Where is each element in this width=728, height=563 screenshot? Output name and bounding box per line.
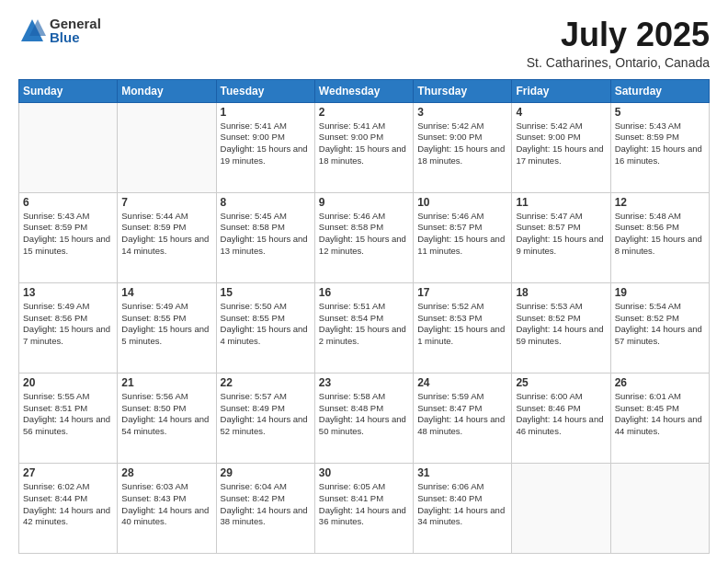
page: General Blue July 2025 St. Catharines, O… (0, 0, 728, 563)
cell-info: Sunrise: 5:46 AM Sunset: 8:57 PM Dayligh… (417, 211, 507, 258)
weekday-header-wednesday: Wednesday (314, 79, 413, 102)
title-block: July 2025 St. Catharines, Ontario, Canad… (527, 17, 710, 70)
calendar-cell: 15Sunrise: 5:50 AM Sunset: 8:55 PM Dayli… (216, 282, 314, 373)
day-number: 8 (221, 196, 311, 209)
calendar-cell (610, 463, 709, 553)
calendar-week-row: 13Sunrise: 5:49 AM Sunset: 8:56 PM Dayli… (19, 282, 710, 373)
day-number: 31 (417, 466, 507, 479)
day-number: 7 (121, 196, 211, 209)
day-number: 14 (121, 286, 211, 299)
day-number: 25 (516, 376, 606, 389)
calendar-cell: 2Sunrise: 5:41 AM Sunset: 9:00 PM Daylig… (314, 102, 413, 192)
day-number: 30 (319, 466, 409, 479)
calendar-cell: 24Sunrise: 5:59 AM Sunset: 8:47 PM Dayli… (414, 373, 512, 463)
cell-info: Sunrise: 5:49 AM Sunset: 8:56 PM Dayligh… (23, 301, 113, 348)
cell-info: Sunrise: 6:03 AM Sunset: 8:43 PM Dayligh… (121, 481, 211, 528)
cell-info: Sunrise: 5:45 AM Sunset: 8:58 PM Dayligh… (221, 211, 311, 258)
calendar-cell: 1Sunrise: 5:41 AM Sunset: 9:00 PM Daylig… (216, 102, 314, 192)
day-number: 17 (417, 286, 507, 299)
day-number: 21 (121, 376, 211, 389)
calendar-cell: 22Sunrise: 5:57 AM Sunset: 8:49 PM Dayli… (216, 373, 314, 463)
logo-blue: Blue (50, 30, 101, 44)
day-number: 23 (319, 376, 409, 389)
day-number: 3 (417, 106, 507, 119)
day-number: 9 (319, 196, 409, 209)
month-title: July 2025 (527, 17, 710, 53)
calendar-cell: 5Sunrise: 5:43 AM Sunset: 8:59 PM Daylig… (610, 102, 709, 192)
calendar-cell: 27Sunrise: 6:02 AM Sunset: 8:44 PM Dayli… (19, 463, 118, 553)
day-number: 29 (221, 466, 311, 479)
day-number: 26 (615, 376, 705, 389)
cell-info: Sunrise: 5:48 AM Sunset: 8:56 PM Dayligh… (615, 211, 705, 258)
calendar-cell: 23Sunrise: 5:58 AM Sunset: 8:48 PM Dayli… (314, 373, 413, 463)
day-number: 15 (221, 286, 311, 299)
day-number: 6 (23, 196, 113, 209)
day-number: 13 (23, 286, 113, 299)
cell-info: Sunrise: 5:42 AM Sunset: 9:00 PM Dayligh… (417, 121, 507, 167)
calendar-cell: 20Sunrise: 5:55 AM Sunset: 8:51 PM Dayli… (19, 373, 118, 463)
cell-info: Sunrise: 6:06 AM Sunset: 8:40 PM Dayligh… (417, 481, 507, 528)
calendar-cell: 16Sunrise: 5:51 AM Sunset: 8:54 PM Dayli… (314, 282, 413, 373)
logo-icon (18, 17, 46, 44)
cell-info: Sunrise: 5:52 AM Sunset: 8:53 PM Dayligh… (417, 301, 507, 348)
cell-info: Sunrise: 6:00 AM Sunset: 8:46 PM Dayligh… (516, 391, 606, 438)
day-number: 24 (417, 376, 507, 389)
cell-info: Sunrise: 5:41 AM Sunset: 9:00 PM Dayligh… (319, 121, 409, 167)
calendar-week-row: 6Sunrise: 5:43 AM Sunset: 8:59 PM Daylig… (19, 192, 710, 282)
cell-info: Sunrise: 6:05 AM Sunset: 8:41 PM Dayligh… (319, 481, 409, 528)
calendar-cell: 26Sunrise: 6:01 AM Sunset: 8:45 PM Dayli… (610, 373, 709, 463)
calendar-table: SundayMondayTuesdayWednesdayThursdayFrid… (18, 79, 710, 554)
cell-info: Sunrise: 5:58 AM Sunset: 8:48 PM Dayligh… (319, 391, 409, 438)
weekday-header-saturday: Saturday (610, 79, 709, 102)
cell-info: Sunrise: 5:46 AM Sunset: 8:58 PM Dayligh… (319, 211, 409, 258)
day-number: 22 (221, 376, 311, 389)
logo-text: General Blue (50, 17, 101, 44)
day-number: 2 (319, 106, 409, 119)
day-number: 4 (516, 106, 606, 119)
weekday-header-sunday: Sunday (19, 79, 118, 102)
cell-info: Sunrise: 5:50 AM Sunset: 8:55 PM Dayligh… (221, 301, 311, 348)
calendar-cell: 30Sunrise: 6:05 AM Sunset: 8:41 PM Dayli… (314, 463, 413, 553)
calendar-cell: 10Sunrise: 5:46 AM Sunset: 8:57 PM Dayli… (414, 192, 512, 282)
weekday-header-tuesday: Tuesday (216, 79, 314, 102)
location-subtitle: St. Catharines, Ontario, Canada (527, 55, 710, 70)
calendar-cell: 11Sunrise: 5:47 AM Sunset: 8:57 PM Dayli… (512, 192, 610, 282)
calendar-week-row: 20Sunrise: 5:55 AM Sunset: 8:51 PM Dayli… (19, 373, 710, 463)
cell-info: Sunrise: 5:42 AM Sunset: 9:00 PM Dayligh… (516, 121, 606, 167)
calendar-cell: 13Sunrise: 5:49 AM Sunset: 8:56 PM Dayli… (19, 282, 118, 373)
cell-info: Sunrise: 6:02 AM Sunset: 8:44 PM Dayligh… (23, 481, 113, 528)
cell-info: Sunrise: 5:54 AM Sunset: 8:52 PM Dayligh… (615, 301, 705, 348)
day-number: 28 (121, 466, 211, 479)
cell-info: Sunrise: 5:53 AM Sunset: 8:52 PM Dayligh… (516, 301, 606, 348)
calendar-cell: 29Sunrise: 6:04 AM Sunset: 8:42 PM Dayli… (216, 463, 314, 553)
cell-info: Sunrise: 5:47 AM Sunset: 8:57 PM Dayligh… (516, 211, 606, 258)
logo-general: General (50, 17, 101, 30)
day-number: 16 (319, 286, 409, 299)
cell-info: Sunrise: 6:01 AM Sunset: 8:45 PM Dayligh… (615, 391, 705, 438)
calendar-cell: 31Sunrise: 6:06 AM Sunset: 8:40 PM Dayli… (414, 463, 512, 553)
calendar-cell: 17Sunrise: 5:52 AM Sunset: 8:53 PM Dayli… (414, 282, 512, 373)
day-number: 27 (23, 466, 113, 479)
cell-info: Sunrise: 5:57 AM Sunset: 8:49 PM Dayligh… (221, 391, 311, 438)
calendar-week-row: 1Sunrise: 5:41 AM Sunset: 9:00 PM Daylig… (19, 102, 710, 192)
calendar-cell: 3Sunrise: 5:42 AM Sunset: 9:00 PM Daylig… (414, 102, 512, 192)
calendar-cell: 7Sunrise: 5:44 AM Sunset: 8:59 PM Daylig… (118, 192, 216, 282)
calendar-cell (512, 463, 610, 553)
cell-info: Sunrise: 5:59 AM Sunset: 8:47 PM Dayligh… (417, 391, 507, 438)
weekday-header-monday: Monday (118, 79, 216, 102)
calendar-cell (118, 102, 216, 192)
cell-info: Sunrise: 5:51 AM Sunset: 8:54 PM Dayligh… (319, 301, 409, 348)
calendar-cell: 9Sunrise: 5:46 AM Sunset: 8:58 PM Daylig… (314, 192, 413, 282)
calendar-cell: 21Sunrise: 5:56 AM Sunset: 8:50 PM Dayli… (118, 373, 216, 463)
cell-info: Sunrise: 5:49 AM Sunset: 8:55 PM Dayligh… (121, 301, 211, 348)
cell-info: Sunrise: 5:41 AM Sunset: 9:00 PM Dayligh… (221, 121, 311, 167)
calendar-cell: 18Sunrise: 5:53 AM Sunset: 8:52 PM Dayli… (512, 282, 610, 373)
day-number: 11 (516, 196, 606, 209)
day-number: 20 (23, 376, 113, 389)
calendar-cell: 14Sunrise: 5:49 AM Sunset: 8:55 PM Dayli… (118, 282, 216, 373)
calendar-cell (19, 102, 118, 192)
day-number: 10 (417, 196, 507, 209)
cell-info: Sunrise: 5:43 AM Sunset: 8:59 PM Dayligh… (23, 211, 113, 258)
weekday-header-friday: Friday (512, 79, 610, 102)
logo: General Blue (18, 17, 101, 44)
